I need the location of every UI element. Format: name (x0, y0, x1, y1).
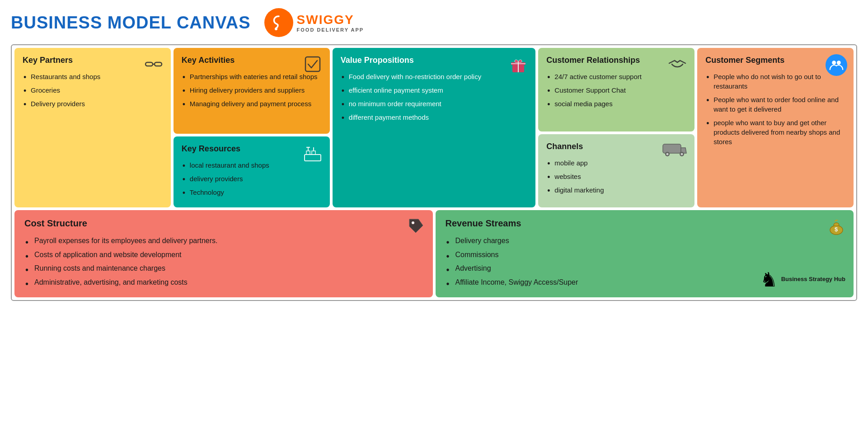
logo-sub: FOOD DELIVERY APP (297, 27, 364, 33)
customer-relationships-cell: Customer Relationships 24/7 active custo… (538, 48, 694, 131)
list-item: websites (546, 172, 686, 181)
svg-rect-3 (155, 62, 162, 66)
key-resources-cell: Key Resources local restaura (174, 136, 330, 207)
page-title: BUSINESS MODEL CANVAS (11, 13, 251, 33)
value-propositions-title: Value Propositions (341, 55, 528, 66)
list-item: Running costs and maintenance charges (24, 263, 423, 273)
svg-rect-5 (305, 155, 321, 161)
channels-list: mobile app websites digital marketing (546, 158, 686, 195)
list-item: Administrative, advertising, and marketi… (24, 277, 423, 287)
svg-point-21 (837, 61, 841, 65)
page: BUSINESS MODEL CANVAS SWIGGY FOOD DELIVE… (0, 0, 868, 446)
svg-point-19 (681, 153, 683, 155)
svg-rect-2 (145, 62, 153, 66)
key-activities-title: Key Activities (182, 55, 322, 66)
revenue-streams-cell: Revenue Streams $ Delivery charges Commi… (436, 210, 854, 297)
svg-rect-6 (306, 151, 310, 155)
cost-structure-cell: Cost Structure Payroll expenses for its … (14, 210, 433, 297)
list-item: no minimum order requirement (341, 99, 528, 108)
key-partners-list: Restaurants and shops Groceries Delivery… (23, 72, 163, 108)
list-item: Managing delivery and payment process (182, 99, 322, 108)
list-item: Hiring delivery providers and suppliers (182, 85, 322, 95)
customer-segments-list: People who do not wish to go out to rest… (705, 72, 845, 146)
key-resources-list: local restaurant and shops delivery prov… (182, 160, 322, 197)
canvas-wrapper: Key Partners Restaurants and shops Groce… (11, 44, 857, 301)
cost-structure-title: Cost Structure (24, 218, 423, 229)
key-activities-list: Partnerships with eateries and retail sh… (182, 72, 322, 108)
logo-name: SWIGGY (297, 13, 354, 27)
list-item: People who do not wish to go out to rest… (705, 72, 845, 91)
svg-text:$: $ (835, 226, 838, 233)
logo-text: SWIGGY FOOD DELIVERY APP (297, 13, 364, 33)
list-item: People who want to order food online and… (705, 95, 845, 114)
list-item: Commissions (446, 250, 844, 260)
list-item: Delivery charges (446, 236, 844, 246)
activities-resources-col: Key Activities Partnerships with eaterie… (174, 48, 330, 207)
list-item: mobile app (546, 158, 686, 168)
value-propositions-list: Food delivery with no-restriction order … (341, 72, 528, 122)
header: BUSINESS MODEL CANVAS SWIGGY FOOD DELIVE… (11, 8, 857, 37)
list-item: Delivery providers (23, 99, 163, 108)
list-item: Groceries (23, 85, 163, 95)
list-item: Customer Support Chat (546, 85, 686, 95)
customer-segments-title: Customer Segments (705, 55, 845, 66)
key-resources-title: Key Resources (182, 144, 322, 154)
logo-area: SWIGGY FOOD DELIVERY APP (264, 8, 364, 37)
cost-structure-list: Payroll expenses for its employees and d… (24, 236, 423, 287)
list-item: delivery providers (182, 174, 322, 183)
list-item: Payroll expenses for its employees and d… (24, 236, 423, 246)
list-item: social media pages (546, 99, 686, 108)
svg-point-22 (412, 221, 414, 224)
list-item: digital marketing (546, 185, 686, 195)
key-partners-cell: Key Partners Restaurants and shops Groce… (14, 48, 171, 207)
svg-point-17 (666, 153, 669, 155)
chess-icon: ♞ (760, 268, 778, 291)
list-item: Partnerships with eateries and retail sh… (182, 72, 322, 81)
list-item: Restaurants and shops (23, 72, 163, 81)
bsh-label: Business Strategy Hub (781, 276, 845, 283)
list-item: Technology (182, 188, 322, 197)
svg-point-20 (832, 61, 836, 65)
customer-relationships-list: 24/7 active customer support Customer Su… (546, 72, 686, 108)
list-item: different payment methods (341, 113, 528, 122)
swiggy-logo-circle (264, 8, 293, 37)
customer-segments-cell: Customer Segments People who do not wish… (697, 48, 854, 207)
svg-rect-7 (312, 151, 315, 155)
list-item: Food delivery with no-restriction order … (341, 72, 528, 81)
key-activities-cell: Key Activities Partnerships with eaterie… (174, 48, 330, 134)
svg-point-1 (275, 28, 277, 30)
canvas-bottom: Cost Structure Payroll expenses for its … (14, 210, 854, 297)
channels-cell: Channels mobile app (538, 134, 694, 207)
bsh-logo: ♞ Business Strategy Hub (760, 268, 845, 291)
key-partners-title: Key Partners (23, 55, 163, 66)
list-item: 24/7 active customer support (546, 72, 686, 81)
revenue-streams-title: Revenue Streams (446, 218, 844, 229)
list-item: efficient online payment system (341, 85, 528, 95)
value-propositions-cell: Value Propositions Food delivery with no… (333, 48, 536, 207)
list-item: people who want to buy and get other pro… (705, 118, 845, 146)
swiggy-logo-icon (269, 13, 289, 33)
list-item: Costs of application and website develop… (24, 250, 423, 260)
van-icon (662, 141, 687, 160)
list-item: local restaurant and shops (182, 160, 322, 170)
canvas-top: Key Partners Restaurants and shops Groce… (14, 48, 854, 207)
customer-relationships-title: Customer Relationships (546, 55, 686, 66)
cr-channels-col: Customer Relationships 24/7 active custo… (538, 48, 694, 207)
svg-rect-15 (663, 144, 681, 153)
